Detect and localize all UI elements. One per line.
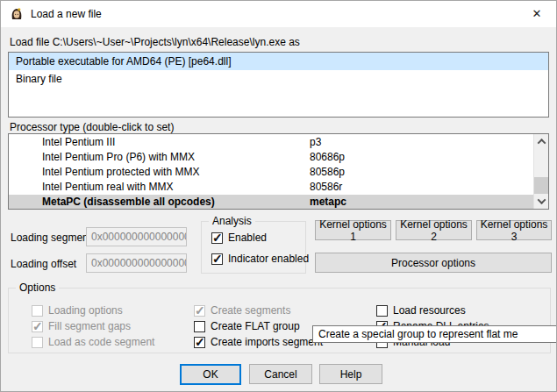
fill-segment-gaps-checkbox: Fill segment gaps xyxy=(32,319,131,333)
chevron-up-icon xyxy=(538,139,546,147)
analysis-enabled-checkbox[interactable]: Enabled xyxy=(211,231,267,245)
checkbox-icon xyxy=(194,305,205,317)
analysis-group: Analysis xyxy=(201,221,306,274)
load-file-dialog: Load a new file ✕ Load file C:\Users\~Us… xyxy=(0,0,557,392)
checkbox-icon xyxy=(194,321,205,332)
scroll-up-button[interactable] xyxy=(534,134,549,149)
processor-row-metapc[interactable]: MetaPC (disassemble all opcodes) metapc xyxy=(9,195,533,210)
checkbox-icon xyxy=(32,337,43,348)
window-title: Load a new file xyxy=(31,8,102,20)
loading-segment-input: 0x0000000000000000 xyxy=(86,227,187,246)
processor-rows: Intel Pentium III p3 Intel Pentium Pro (… xyxy=(9,135,533,210)
checkbox-icon xyxy=(194,337,205,348)
close-button[interactable]: ✕ xyxy=(518,1,556,26)
processor-type-label: Processor type (double-click to set) xyxy=(10,121,174,133)
processor-listbox: Intel Pentium III p3 Intel Pentium Pro (… xyxy=(8,133,549,210)
analysis-group-title: Analysis xyxy=(209,215,255,227)
create-segments-checkbox: Create segments xyxy=(194,303,290,317)
load-as-code-segment-checkbox: Load as code segment xyxy=(32,335,154,349)
loading-offset-label: Loading offset xyxy=(11,258,76,270)
scroll-down-button[interactable] xyxy=(534,194,549,209)
processor-row-80686p[interactable]: Intel Pentium Pro (P6) with MMX 80686p xyxy=(9,150,533,165)
tooltip: Create a special group to represent flat… xyxy=(312,325,557,343)
loading-offset-input: 0x0000000000000000 xyxy=(86,253,187,273)
kernel-options-3-button[interactable]: Kernel options 3 xyxy=(476,220,552,240)
create-imports-segment-checkbox[interactable]: Create imports segment xyxy=(194,335,323,349)
create-flat-group-checkbox[interactable]: Create FLAT group xyxy=(194,319,300,333)
processor-options-button[interactable]: Processor options xyxy=(315,253,552,273)
load-resources-checkbox[interactable]: Load resources xyxy=(376,303,466,317)
analysis-indicator-checkbox[interactable]: Indicator enabled xyxy=(211,252,309,266)
scroll-thumb[interactable] xyxy=(534,177,549,194)
checkbox-icon xyxy=(32,321,43,332)
file-type-option-pe64[interactable]: Portable executable for AMD64 (PE) [pe64… xyxy=(9,53,548,70)
loading-options-checkbox: Loading options xyxy=(32,303,123,317)
cancel-button[interactable]: Cancel xyxy=(249,364,312,384)
checkbox-icon xyxy=(376,305,388,317)
app-icon xyxy=(10,7,24,21)
loading-segment-label: Loading segment xyxy=(11,232,91,244)
kernel-options-2-button[interactable]: Kernel options 2 xyxy=(396,220,472,240)
close-icon: ✕ xyxy=(532,7,542,20)
chevron-down-icon xyxy=(538,196,546,204)
checkbox-icon xyxy=(32,305,43,317)
title-bar: Load a new file ✕ xyxy=(1,1,556,27)
file-type-option-binary[interactable]: Binary file xyxy=(9,70,548,88)
checkbox-icon xyxy=(211,232,223,244)
processor-scrollbar[interactable] xyxy=(533,134,548,209)
load-file-prompt: Load file C:\Users\~User~\Projects\lyn\x… xyxy=(10,36,300,48)
processor-row-80586r[interactable]: Intel Pentium real with MMX 80586r xyxy=(9,180,533,195)
options-group-title: Options xyxy=(16,282,59,294)
kernel-options-1-button[interactable]: Kernel options 1 xyxy=(315,220,391,240)
checkbox-icon xyxy=(211,253,223,265)
file-type-listbox: Portable executable for AMD64 (PE) [pe64… xyxy=(8,52,549,118)
help-button[interactable]: Help xyxy=(319,364,382,384)
ok-button[interactable]: OK xyxy=(180,364,241,385)
processor-row-p3[interactable]: Intel Pentium III p3 xyxy=(9,135,533,150)
processor-row-80586p[interactable]: Intel Pentium protected with MMX 80586p xyxy=(9,165,533,180)
